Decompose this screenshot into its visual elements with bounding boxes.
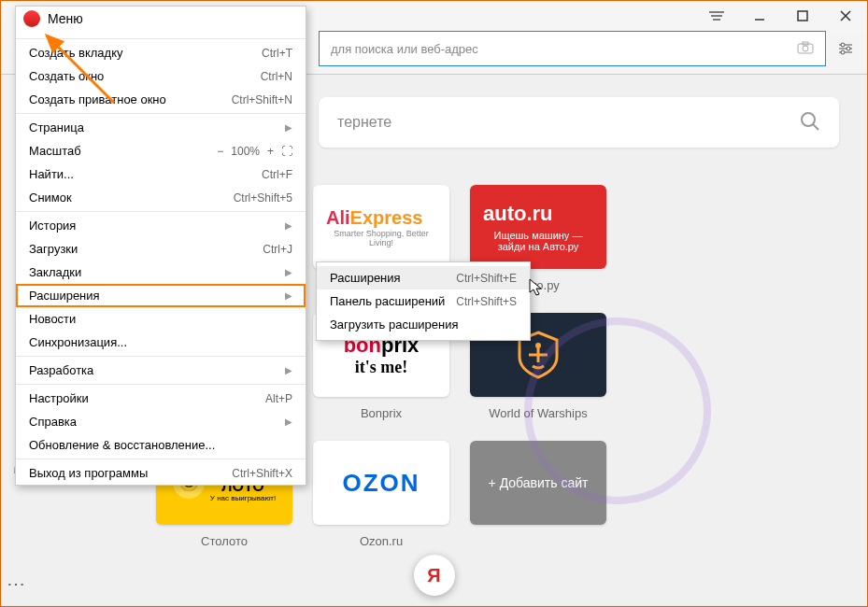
- menu-item-exit[interactable]: Выход из программы Ctrl+Shift+X: [16, 461, 306, 485]
- address-input[interactable]: для поиска или веб-адрес: [319, 31, 826, 66]
- easy-setup-icon[interactable]: [832, 35, 860, 63]
- maximize-button[interactable]: [789, 6, 817, 26]
- svg-rect-0: [798, 11, 807, 21]
- main-menu: Меню Создать вкладку Ctrl+T Создать окно…: [15, 6, 306, 486]
- menu-item-help[interactable]: Справка ▶: [16, 410, 306, 433]
- tile-logo-ozon: OZON: [313, 441, 449, 525]
- menu-item-zoom[interactable]: Масштаб − 100% + ⛶: [16, 139, 306, 162]
- chevron-right-icon: ▶: [285, 365, 292, 375]
- menu-separator: [16, 384, 306, 385]
- extensions-submenu: Расширения Ctrl+Shift+E Панель расширени…: [316, 261, 531, 341]
- tile-label: Bonprix: [361, 406, 402, 420]
- tile-label: Ozon.ru: [360, 534, 403, 548]
- close-button[interactable]: [832, 6, 860, 26]
- zoom-value: 100%: [231, 145, 260, 158]
- menu-item-sync[interactable]: Синхронизация...: [16, 331, 306, 354]
- menu-title: Меню: [48, 11, 83, 26]
- tile-logo-autoru: auto.ru Ищешь машину — зайди на Авто.ру: [470, 185, 606, 269]
- camera-icon[interactable]: [797, 41, 814, 57]
- opera-logo-icon: [23, 10, 40, 27]
- yandex-button[interactable]: Я: [414, 555, 455, 596]
- tile-label: Столото: [201, 534, 248, 548]
- menu-item-new-tab[interactable]: Создать вкладку Ctrl+T: [16, 41, 306, 64]
- menu-item-snapshot[interactable]: Снимок Ctrl+Shift+5: [16, 186, 306, 209]
- menu-item-news[interactable]: Новости: [16, 307, 306, 331]
- minimize-button[interactable]: [746, 6, 774, 26]
- zoom-in-button[interactable]: +: [267, 145, 274, 158]
- menu-separator: [16, 356, 306, 357]
- menu-separator: [16, 113, 306, 114]
- chevron-right-icon: ▶: [285, 220, 292, 231]
- chevron-right-icon: ▶: [285, 122, 292, 133]
- chevron-right-icon: ▶: [285, 267, 292, 277]
- svg-point-6: [841, 50, 845, 54]
- menu-item-private-window[interactable]: Создать приватное окно Ctrl+Shift+N: [16, 88, 306, 111]
- search-placeholder: тернете: [337, 114, 800, 131]
- svg-point-2: [803, 46, 808, 51]
- menu-item-find[interactable]: Найти... Ctrl+F: [16, 162, 306, 186]
- menu-item-settings[interactable]: Настройки Alt+P: [16, 387, 306, 410]
- menu-item-new-window[interactable]: Создать окно Ctrl+N: [16, 64, 306, 88]
- menu-item-developer[interactable]: Разработка ▶: [16, 359, 306, 382]
- menu-separator: [16, 459, 306, 459]
- tabs-overview-icon[interactable]: [703, 6, 731, 26]
- submenu-item-extensions[interactable]: Расширения Ctrl+Shift+E: [317, 266, 530, 289]
- menu-separator: [16, 38, 306, 39]
- zoom-out-button[interactable]: −: [217, 145, 223, 158]
- menu-item-bookmarks[interactable]: Закладки ▶: [16, 261, 306, 284]
- menu-separator: [16, 211, 306, 212]
- decoration-circle: [524, 318, 711, 504]
- svg-point-7: [802, 113, 815, 126]
- menu-item-extensions[interactable]: Расширения ▶: [16, 284, 306, 307]
- speed-dial-tile[interactable]: OZON Ozon.ru: [313, 441, 449, 548]
- submenu-item-load-extensions[interactable]: Загрузить расширения: [317, 313, 530, 336]
- sidebar-more-icon[interactable]: ⋯: [7, 572, 27, 595]
- zoom-controls: − 100% + ⛶: [217, 145, 292, 158]
- chevron-right-icon: ▶: [285, 416, 292, 427]
- svg-point-4: [841, 43, 845, 47]
- menu-item-downloads[interactable]: Загрузки Ctrl+J: [16, 237, 306, 261]
- address-placeholder: для поиска или веб-адрес: [331, 42, 797, 56]
- submenu-item-extensions-bar[interactable]: Панель расширений Ctrl+Shift+S: [317, 289, 530, 313]
- search-input[interactable]: тернете: [319, 97, 839, 148]
- tile-logo-aliexpress: AliExpress Smarter Shopping, Better Livi…: [313, 185, 449, 269]
- svg-point-5: [847, 47, 850, 50]
- menu-item-update-recovery[interactable]: Обновление & восстановление...: [16, 433, 306, 457]
- menu-header: Меню: [16, 7, 306, 36]
- chevron-right-icon: ▶: [285, 290, 292, 301]
- fullscreen-icon[interactable]: ⛶: [281, 145, 292, 158]
- search-icon: [800, 111, 820, 134]
- menu-item-history[interactable]: История ▶: [16, 214, 306, 237]
- menu-item-page[interactable]: Страница ▶: [16, 116, 306, 139]
